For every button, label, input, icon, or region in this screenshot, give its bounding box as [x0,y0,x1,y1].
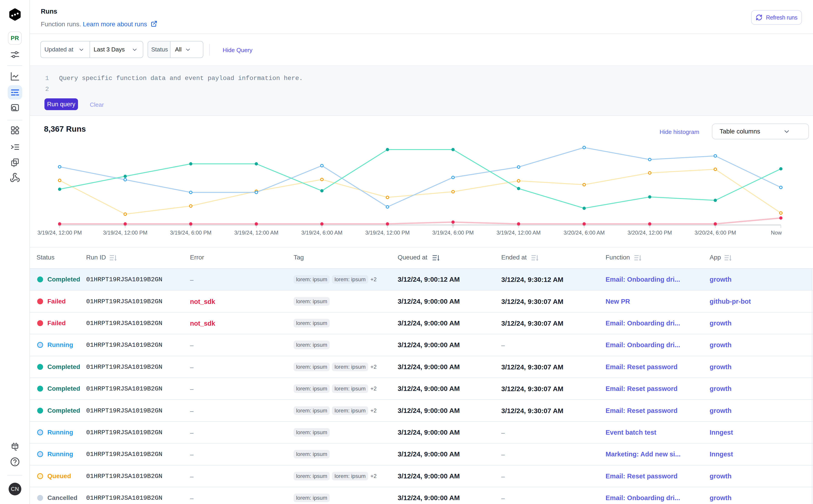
svg-text:3/19/24, 6:00 PM: 3/19/24, 6:00 PM [170,230,211,236]
svg-text:3/19/24, 12:00 AM: 3/19/24, 12:00 AM [234,230,278,236]
svg-text:3/19/24, 6:00 AM: 3/19/24, 6:00 AM [301,230,342,236]
svg-text:Now: Now [771,230,782,236]
svg-text:3/19/24, 6:00 PM: 3/19/24, 6:00 PM [433,230,474,236]
svg-text:3/19/24, 12:00 AM: 3/19/24, 12:00 AM [497,230,541,236]
svg-text:3/19/24, 12:00 PM: 3/19/24, 12:00 PM [365,230,410,236]
svg-text:3/20/24, 6:00 PM: 3/20/24, 6:00 PM [695,230,736,236]
svg-text:3/20/24, 6:00 AM: 3/20/24, 6:00 AM [564,230,605,236]
svg-text:3/19/24, 12:00 PM: 3/19/24, 12:00 PM [37,230,82,236]
svg-text:3/20/24, 12:00 PM: 3/20/24, 12:00 PM [628,230,672,236]
svg-text:3/19/24, 12:00 PM: 3/19/24, 12:00 PM [103,230,147,236]
